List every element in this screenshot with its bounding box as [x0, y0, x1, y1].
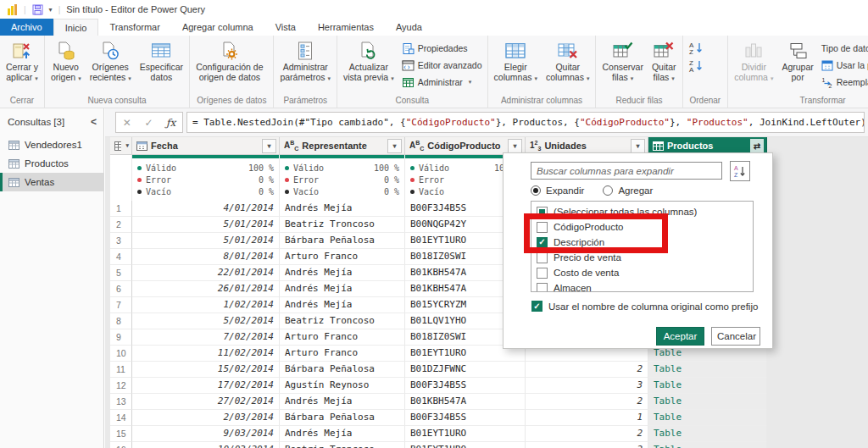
menu-tab-transformar[interactable]: Transformar	[98, 19, 171, 36]
ribbon-button-configuracion-de-origen-de-datos[interactable]: Configuración deorigen de datos	[192, 36, 267, 83]
grid-cell[interactable]: Table	[648, 394, 767, 410]
filter-dropdown-button[interactable]: ▾	[508, 139, 522, 153]
grid-cell[interactable]: 1	[526, 410, 648, 426]
menu-tab-archivo[interactable]: Archivo	[0, 19, 53, 36]
row-number[interactable]: 10	[110, 346, 132, 362]
column-header-fecha[interactable]: Fecha▾	[132, 137, 280, 155]
ribbon-button-origenes-recientes[interactable]: Orígenesrecientes▾	[86, 36, 136, 83]
search-columns-input[interactable]	[531, 162, 722, 180]
grid-cell[interactable]: 27/02/2014	[132, 394, 280, 410]
menu-tab-inicio[interactable]: Inicio	[53, 19, 99, 36]
grid-cell[interactable]: 2	[526, 362, 648, 378]
grid-cell[interactable]: B01EYT1URO	[405, 442, 526, 448]
select-all-corner[interactable]: ▾	[110, 137, 132, 155]
column-header-representante[interactable]: ABCRepresentante▾	[280, 137, 405, 155]
expand-radio[interactable]	[531, 185, 541, 196]
grid-cell[interactable]: B01KBH547A	[405, 394, 526, 410]
ribbon-button-editor-avanzado[interactable]: Editor avanzado	[398, 57, 486, 74]
grid-cell[interactable]: 4/01/2014	[132, 201, 280, 217]
grid-cell[interactable]: Andrés Mejía	[280, 297, 405, 313]
row-number[interactable]: 5	[110, 265, 132, 281]
grid-cell[interactable]: 8/01/2014	[132, 249, 280, 265]
ribbon-button-sort-za[interactable]: ZA	[687, 58, 704, 73]
grid-cell[interactable]: Andrés Mejía	[280, 394, 405, 410]
cancel-formula-icon[interactable]: ✕	[123, 117, 131, 129]
grid-cell[interactable]: Bárbara Peñalosa	[280, 233, 405, 249]
ribbon-button-elegir-columnas[interactable]: Elegircolumnas▾	[490, 36, 542, 83]
query-item-productos[interactable]: Productos	[0, 154, 103, 173]
filter-dropdown-button[interactable]: ▾	[387, 139, 402, 153]
ribbon-button-reemplazar-los-val[interactable]: 12Reemplazar los val	[818, 74, 868, 91]
row-number[interactable]: 16	[110, 442, 132, 448]
fx-icon[interactable]: ƒx	[166, 117, 175, 129]
grid-cell[interactable]: Andrés Mejía	[280, 265, 405, 281]
unchecked-checkbox[interactable]	[537, 252, 548, 263]
unchecked-checkbox[interactable]	[537, 268, 548, 279]
save-icon[interactable]	[32, 4, 43, 15]
unchecked-checkbox[interactable]	[537, 283, 548, 293]
grid-cell[interactable]: Andrés Mejía	[280, 281, 405, 297]
ribbon-button-actualizar-vista-previa[interactable]: Actualizarvista previa▾	[339, 36, 398, 83]
grid-cell[interactable]: Table	[648, 410, 767, 426]
query-item-ventas[interactable]: Ventas	[0, 173, 103, 191]
row-number[interactable]: 13	[110, 394, 132, 410]
menu-tab-ayuda[interactable]: Ayuda	[385, 19, 433, 36]
menu-tab-agregar-columna[interactable]: Agregar columna	[171, 19, 264, 36]
grid-cell[interactable]: Beatriz Troncoso	[280, 442, 405, 448]
grid-cell[interactable]: Arturo Franco	[280, 329, 405, 346]
grid-cell[interactable]: B00F3J4B5S	[405, 410, 526, 426]
row-number[interactable]: 6	[110, 281, 132, 297]
ribbon-button-sort-az[interactable]: AZ	[687, 40, 704, 55]
grid-cell[interactable]: 2	[526, 442, 648, 448]
grid-cell[interactable]: Agustín Reynoso	[280, 378, 405, 394]
grid-cell[interactable]: 5/02/2014	[132, 313, 280, 329]
ribbon-button-tipo-de-datos-tabla[interactable]: Tipo de datos: Tabla▾	[818, 40, 868, 57]
column-option-almacen[interactable]: Almacen	[531, 280, 753, 292]
row-number[interactable]: 8	[110, 313, 132, 329]
grid-cell[interactable]: 2	[526, 426, 648, 442]
aceptar-button[interactable]: Aceptar	[656, 327, 704, 346]
commit-formula-icon[interactable]: ✓	[144, 117, 153, 129]
ribbon-button-agrupar-por[interactable]: Agruparpor	[777, 36, 817, 83]
quick-access-dropdown-icon[interactable]: ▾	[49, 6, 53, 14]
ribbon-button-administrar[interactable]: Administrar▾	[398, 74, 486, 91]
grid-cell[interactable]: Bárbara Peñalosa	[280, 362, 405, 378]
grid-cell[interactable]: Table	[648, 362, 767, 378]
row-number[interactable]: 1	[110, 201, 132, 217]
ribbon-button-quitar-columnas[interactable]: Quitarcolumnas▾	[542, 36, 593, 83]
ribbon-button-propiedades[interactable]: Propiedades	[398, 40, 486, 57]
row-number[interactable]: 14	[110, 410, 132, 426]
aggregate-radio[interactable]	[603, 185, 613, 196]
ribbon-button-administrar-parametros[interactable]: Administrarparámetros▾	[275, 36, 335, 83]
row-number[interactable]: 4	[110, 249, 132, 265]
formula-input[interactable]: = Table.NestedJoin(#"Tipo cambiado", {"C…	[186, 112, 865, 133]
grid-cell[interactable]: 3	[526, 378, 648, 394]
ribbon-button-conservar-filas[interactable]: Conservarfilas▾	[598, 36, 647, 83]
ribbon-button-especificar-datos[interactable]: Especificardatos	[136, 36, 187, 83]
grid-cell[interactable]: Andrés Mejía	[280, 201, 405, 217]
row-number[interactable]: 12	[110, 378, 132, 394]
menu-tab-herramientas[interactable]: Herramientas	[307, 19, 385, 36]
grid-cell[interactable]: 5/01/2014	[132, 233, 280, 249]
grid-cell[interactable]: 1/02/2014	[132, 297, 280, 313]
grid-cell[interactable]: Beatriz Troncoso	[280, 313, 405, 329]
column-option-costo-de-venta[interactable]: Costo de venta	[531, 265, 753, 280]
grid-cell[interactable]: 2	[526, 394, 648, 410]
row-number[interactable]: 2	[110, 217, 132, 233]
sort-columns-button[interactable]: AZ	[730, 161, 750, 181]
grid-cell[interactable]: 2/03/2014	[132, 410, 280, 426]
grid-cell[interactable]: 22/01/2014	[132, 265, 280, 281]
row-number[interactable]: 15	[110, 426, 132, 442]
grid-cell[interactable]: Bárbara Peñalosa	[280, 410, 405, 426]
row-number[interactable]: 9	[110, 329, 132, 346]
query-item-vendedores1[interactable]: Vendedores1	[0, 136, 103, 154]
grid-cell[interactable]: Beatriz Troncoso	[280, 217, 405, 233]
grid-cell[interactable]: B01EYT1URO	[405, 426, 526, 442]
grid-cell[interactable]: Table	[648, 442, 767, 448]
grid-cell[interactable]: 7/02/2014	[132, 329, 280, 346]
ribbon-button-cerrar-y-aplicar[interactable]: Cerrar yaplicar▾	[2, 36, 42, 83]
expand-column-button[interactable]: ⇄	[750, 139, 764, 152]
cancelar-button[interactable]: Cancelar	[711, 327, 760, 346]
row-number[interactable]: 7	[110, 297, 132, 313]
grid-cell[interactable]: 17/02/2014	[132, 378, 280, 394]
